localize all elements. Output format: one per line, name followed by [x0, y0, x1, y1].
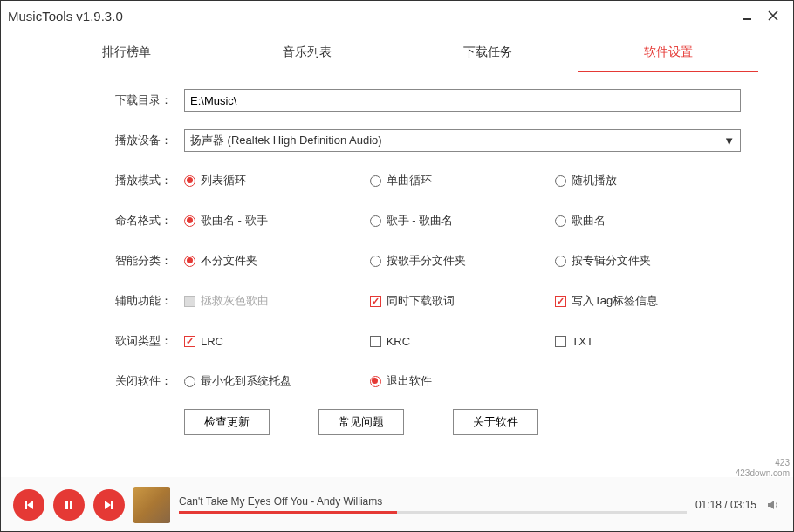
- checkbox-icon: [370, 296, 381, 307]
- minimize-icon: [742, 10, 752, 21]
- play-mode-label: 播放模式：: [106, 173, 184, 188]
- svg-rect-0: [743, 18, 751, 20]
- tab-music-list[interactable]: 音乐列表: [216, 38, 397, 72]
- check-update-button[interactable]: 检查更新: [184, 409, 270, 435]
- player-bar: Can't Take My Eyes Off You - Andy Willia…: [1, 477, 793, 531]
- naming-label: 命名格式：: [106, 213, 184, 228]
- next-track-button[interactable]: [93, 489, 125, 521]
- naming-song-only[interactable]: 歌曲名: [555, 213, 741, 228]
- smart-sort-none[interactable]: 不分文件夹: [184, 253, 370, 269]
- play-mode-shuffle[interactable]: 随机播放: [555, 173, 741, 188]
- radio-icon: [184, 215, 195, 227]
- on-close-exit[interactable]: 退出软件: [370, 373, 741, 389]
- lyric-type-label: 歌词类型：: [106, 333, 184, 349]
- play-mode-list-loop[interactable]: 列表循环: [184, 173, 370, 188]
- svg-rect-2: [70, 501, 72, 509]
- lyric-type-lrc[interactable]: LRC: [184, 335, 370, 348]
- radio-icon: [184, 256, 195, 267]
- album-art: [133, 487, 170, 523]
- radio-icon: [370, 175, 381, 187]
- minimize-button[interactable]: [734, 5, 760, 26]
- pause-button[interactable]: [53, 489, 85, 521]
- progress-bar[interactable]: [179, 511, 687, 514]
- checkbox-icon: [555, 336, 566, 347]
- window-title: MusicTools v1.9.3.0: [8, 9, 123, 24]
- tab-ranking[interactable]: 排行榜单: [36, 38, 216, 72]
- time-display: 01:18 / 03:15: [695, 499, 756, 511]
- checkbox-icon: [184, 336, 195, 347]
- aux-download-lyrics[interactable]: 同时下载歌词: [370, 293, 556, 309]
- playback-device-label: 播放设备：: [106, 133, 184, 148]
- radio-icon: [555, 215, 566, 227]
- app-window: MusicTools v1.9.3.0 排行榜单 音乐列表 下载任务 软件设置 …: [0, 0, 794, 532]
- aux-write-tags[interactable]: 写入Tag标签信息: [555, 293, 741, 309]
- volume-icon: [766, 498, 780, 512]
- smart-sort-by-album[interactable]: 按专辑分文件夹: [555, 253, 741, 269]
- aux-rescue-gray: 拯救灰色歌曲: [184, 293, 370, 309]
- smart-sort-by-artist[interactable]: 按歌手分文件夹: [370, 253, 556, 269]
- faq-button[interactable]: 常见问题: [318, 409, 404, 435]
- pause-icon: [63, 499, 75, 511]
- next-icon: [103, 499, 115, 511]
- checkbox-icon: [555, 296, 566, 307]
- aux-label: 辅助功能：: [106, 293, 184, 309]
- track-title: Can't Take My Eyes Off You - Andy Willia…: [179, 495, 687, 508]
- download-dir-input[interactable]: [184, 89, 741, 112]
- radio-icon: [370, 256, 381, 267]
- on-close-minimize[interactable]: 最小化到系统托盘: [184, 373, 370, 389]
- radio-icon: [370, 215, 381, 227]
- about-button[interactable]: 关于软件: [453, 409, 538, 435]
- lyric-type-krc[interactable]: KRC: [370, 335, 556, 348]
- radio-icon: [184, 376, 195, 387]
- settings-panel: 下载目录： 播放设备： 扬声器 (Realtek High Definition…: [1, 72, 793, 477]
- radio-icon: [184, 175, 195, 187]
- prev-icon: [23, 499, 35, 511]
- play-mode-single-loop[interactable]: 单曲循环: [370, 173, 556, 188]
- radio-icon: [555, 175, 566, 187]
- smart-sort-label: 智能分类：: [106, 253, 184, 269]
- on-close-label: 关闭软件：: [106, 373, 184, 389]
- watermark: 423 423down.com: [736, 458, 790, 479]
- radio-icon: [555, 256, 566, 267]
- tab-bar: 排行榜单 音乐列表 下载任务 软件设置: [1, 38, 793, 72]
- naming-artist-song[interactable]: 歌手 - 歌曲名: [370, 213, 556, 228]
- playback-device-value: 扬声器 (Realtek High Definition Audio): [190, 133, 382, 148]
- checkbox-icon: [370, 336, 381, 347]
- titlebar: MusicTools v1.9.3.0: [1, 1, 793, 31]
- volume-button[interactable]: [765, 497, 781, 513]
- prev-track-button[interactable]: [13, 489, 44, 521]
- svg-rect-1: [65, 501, 68, 509]
- chevron-down-icon: ▼: [723, 134, 735, 147]
- download-dir-label: 下载目录：: [106, 92, 184, 108]
- radio-icon: [370, 376, 381, 387]
- naming-song-artist[interactable]: 歌曲名 - 歌手: [184, 213, 370, 228]
- playback-device-select[interactable]: 扬声器 (Realtek High Definition Audio) ▼: [184, 129, 741, 152]
- close-icon: [768, 10, 778, 21]
- lyric-type-txt[interactable]: TXT: [555, 335, 741, 348]
- progress-fill: [179, 511, 397, 514]
- checkbox-icon: [184, 296, 195, 307]
- close-button[interactable]: [760, 5, 786, 26]
- tab-download-tasks[interactable]: 下载任务: [397, 38, 578, 72]
- tab-settings[interactable]: 软件设置: [578, 38, 758, 72]
